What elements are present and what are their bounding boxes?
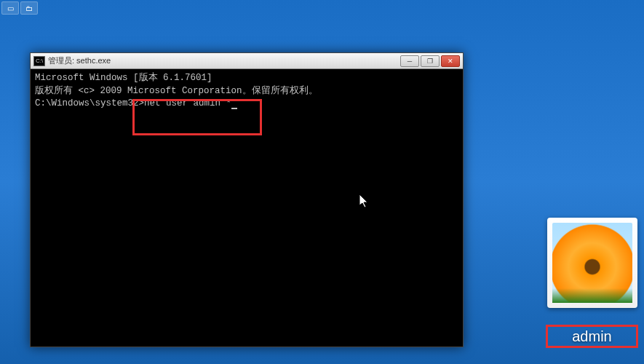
user-avatar-image [552, 223, 632, 303]
cmd-icon: C:\ [33, 56, 45, 66]
user-avatar-frame [547, 218, 637, 308]
terminal-prompt-line: C:\Windows\system32>net user admin * [35, 98, 458, 111]
terminal-line: 版权所有 <c> 2009 Microsoft Corporation。保留所有… [35, 85, 458, 98]
close-button[interactable]: ✕ [441, 55, 460, 67]
taskbar-icon-folder[interactable]: 🗀 [20, 1, 38, 15]
taskbar-icon-window[interactable]: ▭ [1, 1, 19, 15]
command-text: net user admin * [144, 98, 231, 108]
command-prompt-window: C:\ 管理员: sethc.exe ─ ❐ ✕ Microsoft Windo… [30, 52, 464, 347]
taskbar-quick-icons: ▭ 🗀 [0, 0, 39, 16]
user-name-label[interactable]: admin [546, 325, 638, 348]
window-title: 管理员: sethc.exe [48, 55, 400, 66]
terminal-body[interactable]: Microsoft Windows [版本 6.1.7601] 版权所有 <c>… [31, 69, 463, 347]
minimize-button[interactable]: ─ [400, 55, 419, 67]
cursor [231, 108, 237, 109]
maximize-button[interactable]: ❐ [421, 55, 440, 67]
window-titlebar[interactable]: C:\ 管理员: sethc.exe ─ ❐ ✕ [31, 53, 463, 69]
user-account-tile[interactable] [546, 218, 638, 320]
user-name-text: admin [572, 328, 611, 345]
terminal-line: Microsoft Windows [版本 6.1.7601] [35, 72, 458, 85]
prompt: C:\Windows\system32> [35, 98, 144, 108]
window-controls: ─ ❐ ✕ [400, 55, 460, 67]
